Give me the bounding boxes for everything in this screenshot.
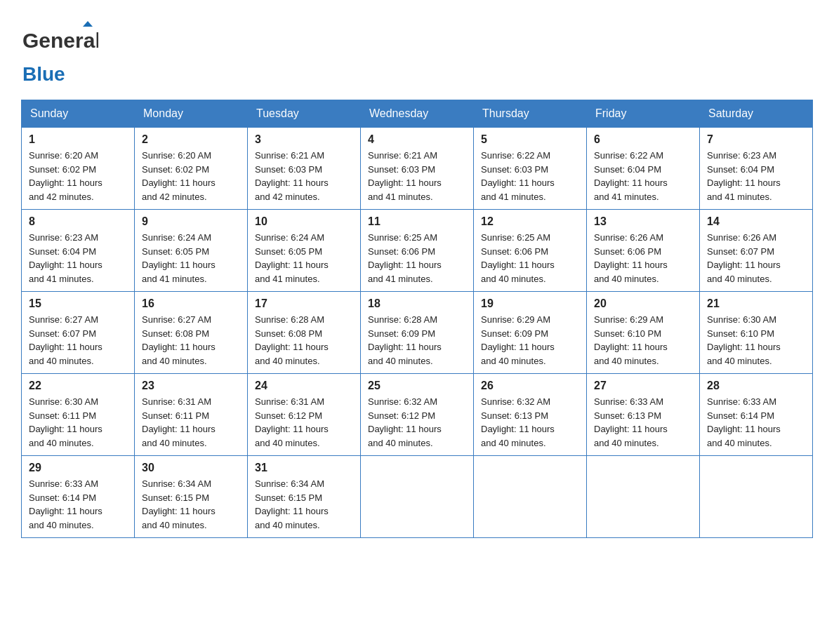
week-row-1: 1 Sunrise: 6:20 AM Sunset: 6:02 PM Dayli… (22, 128, 813, 210)
day-number: 9 (142, 215, 240, 228)
day-info: Sunrise: 6:21 AM Sunset: 6:03 PM Dayligh… (255, 149, 353, 203)
day-number: 25 (368, 380, 466, 392)
day-info: Sunrise: 6:22 AM Sunset: 6:03 PM Dayligh… (481, 149, 579, 203)
day-number: 8 (29, 215, 127, 228)
week-row-3: 15 Sunrise: 6:27 AM Sunset: 6:07 PM Dayl… (22, 292, 813, 374)
day-info: Sunrise: 6:23 AM Sunset: 6:04 PM Dayligh… (29, 231, 127, 286)
calendar-cell: 31 Sunrise: 6:34 AM Sunset: 6:15 PM Dayl… (248, 456, 361, 538)
calendar-cell: 24 Sunrise: 6:31 AM Sunset: 6:12 PM Dayl… (248, 374, 361, 456)
day-number: 2 (142, 133, 240, 146)
calendar-cell: 5 Sunrise: 6:22 AM Sunset: 6:03 PM Dayli… (474, 128, 587, 210)
day-info: Sunrise: 6:27 AM Sunset: 6:08 PM Dayligh… (142, 313, 240, 368)
day-info: Sunrise: 6:32 AM Sunset: 6:13 PM Dayligh… (481, 395, 579, 450)
logo-icon: General (21, 21, 98, 63)
calendar-cell: 8 Sunrise: 6:23 AM Sunset: 6:04 PM Dayli… (22, 210, 135, 292)
calendar-cell: 27 Sunrise: 6:33 AM Sunset: 6:13 PM Dayl… (587, 374, 700, 456)
calendar-cell: 1 Sunrise: 6:20 AM Sunset: 6:02 PM Dayli… (22, 128, 135, 210)
calendar-cell: 14 Sunrise: 6:26 AM Sunset: 6:07 PM Dayl… (700, 210, 813, 292)
day-info: Sunrise: 6:31 AM Sunset: 6:11 PM Dayligh… (142, 395, 240, 450)
calendar-cell: 10 Sunrise: 6:24 AM Sunset: 6:05 PM Dayl… (248, 210, 361, 292)
day-info: Sunrise: 6:22 AM Sunset: 6:04 PM Dayligh… (594, 149, 692, 203)
calendar-cell (361, 456, 474, 538)
day-info: Sunrise: 6:23 AM Sunset: 6:04 PM Dayligh… (707, 149, 805, 203)
weekday-header-tuesday: Tuesday (248, 100, 361, 128)
calendar-cell: 15 Sunrise: 6:27 AM Sunset: 6:07 PM Dayl… (22, 292, 135, 374)
day-info: Sunrise: 6:33 AM Sunset: 6:14 PM Dayligh… (29, 477, 127, 532)
weekday-header-saturday: Saturday (700, 100, 813, 128)
day-info: Sunrise: 6:33 AM Sunset: 6:13 PM Dayligh… (594, 395, 692, 450)
day-info: Sunrise: 6:21 AM Sunset: 6:03 PM Dayligh… (368, 149, 466, 203)
calendar-cell: 29 Sunrise: 6:33 AM Sunset: 6:14 PM Dayl… (22, 456, 135, 538)
weekday-header-sunday: Sunday (22, 100, 135, 128)
day-number: 27 (594, 380, 692, 392)
calendar-cell: 2 Sunrise: 6:20 AM Sunset: 6:02 PM Dayli… (135, 128, 248, 210)
day-info: Sunrise: 6:20 AM Sunset: 6:02 PM Dayligh… (142, 149, 240, 203)
logo-text-blue: Blue (22, 63, 65, 85)
calendar-cell: 28 Sunrise: 6:33 AM Sunset: 6:14 PM Dayl… (700, 374, 813, 456)
calendar-cell: 6 Sunrise: 6:22 AM Sunset: 6:04 PM Dayli… (587, 128, 700, 210)
calendar-cell: 12 Sunrise: 6:25 AM Sunset: 6:06 PM Dayl… (474, 210, 587, 292)
calendar-cell (474, 456, 587, 538)
day-number: 19 (481, 297, 579, 310)
weekday-header-row: SundayMondayTuesdayWednesdayThursdayFrid… (22, 100, 813, 128)
day-number: 5 (481, 133, 579, 146)
calendar-cell: 23 Sunrise: 6:31 AM Sunset: 6:11 PM Dayl… (135, 374, 248, 456)
day-number: 15 (29, 297, 127, 310)
day-info: Sunrise: 6:26 AM Sunset: 6:07 PM Dayligh… (707, 231, 805, 286)
day-number: 10 (255, 215, 353, 228)
day-info: Sunrise: 6:25 AM Sunset: 6:06 PM Dayligh… (368, 231, 466, 286)
calendar-cell: 4 Sunrise: 6:21 AM Sunset: 6:03 PM Dayli… (361, 128, 474, 210)
calendar-cell: 11 Sunrise: 6:25 AM Sunset: 6:06 PM Dayl… (361, 210, 474, 292)
day-info: Sunrise: 6:28 AM Sunset: 6:09 PM Dayligh… (368, 313, 466, 368)
calendar-cell: 19 Sunrise: 6:29 AM Sunset: 6:09 PM Dayl… (474, 292, 587, 374)
day-info: Sunrise: 6:28 AM Sunset: 6:08 PM Dayligh… (255, 313, 353, 368)
svg-text:General: General (22, 29, 98, 52)
day-number: 18 (368, 297, 466, 310)
day-number: 4 (368, 133, 466, 146)
week-row-4: 22 Sunrise: 6:30 AM Sunset: 6:11 PM Dayl… (22, 374, 813, 456)
day-info: Sunrise: 6:25 AM Sunset: 6:06 PM Dayligh… (481, 231, 579, 286)
calendar-cell: 25 Sunrise: 6:32 AM Sunset: 6:12 PM Dayl… (361, 374, 474, 456)
day-number: 26 (481, 380, 579, 392)
calendar-cell (587, 456, 700, 538)
calendar-cell: 3 Sunrise: 6:21 AM Sunset: 6:03 PM Dayli… (248, 128, 361, 210)
day-number: 11 (368, 215, 466, 228)
day-info: Sunrise: 6:32 AM Sunset: 6:12 PM Dayligh… (368, 395, 466, 450)
day-number: 14 (707, 215, 805, 228)
day-info: Sunrise: 6:24 AM Sunset: 6:05 PM Dayligh… (255, 231, 353, 286)
calendar-cell: 13 Sunrise: 6:26 AM Sunset: 6:06 PM Dayl… (587, 210, 700, 292)
svg-marker-1 (83, 21, 93, 27)
calendar-cell: 26 Sunrise: 6:32 AM Sunset: 6:13 PM Dayl… (474, 374, 587, 456)
day-number: 20 (594, 297, 692, 310)
weekday-header-friday: Friday (587, 100, 700, 128)
day-info: Sunrise: 6:29 AM Sunset: 6:10 PM Dayligh… (594, 313, 692, 368)
day-number: 7 (707, 133, 805, 146)
week-row-5: 29 Sunrise: 6:33 AM Sunset: 6:14 PM Dayl… (22, 456, 813, 538)
day-info: Sunrise: 6:34 AM Sunset: 6:15 PM Dayligh… (255, 477, 353, 532)
day-number: 31 (255, 462, 353, 474)
day-info: Sunrise: 6:29 AM Sunset: 6:09 PM Dayligh… (481, 313, 579, 368)
day-number: 12 (481, 215, 579, 228)
calendar-cell: 17 Sunrise: 6:28 AM Sunset: 6:08 PM Dayl… (248, 292, 361, 374)
calendar-cell: 30 Sunrise: 6:34 AM Sunset: 6:15 PM Dayl… (135, 456, 248, 538)
day-number: 22 (29, 380, 127, 392)
day-number: 3 (255, 133, 353, 146)
day-number: 21 (707, 297, 805, 310)
calendar-cell (700, 456, 813, 538)
calendar-cell: 7 Sunrise: 6:23 AM Sunset: 6:04 PM Dayli… (700, 128, 813, 210)
weekday-header-thursday: Thursday (474, 100, 587, 128)
day-number: 6 (594, 133, 692, 146)
weekday-header-monday: Monday (135, 100, 248, 128)
day-number: 30 (142, 462, 240, 474)
day-info: Sunrise: 6:27 AM Sunset: 6:07 PM Dayligh… (29, 313, 127, 368)
calendar-cell: 22 Sunrise: 6:30 AM Sunset: 6:11 PM Dayl… (22, 374, 135, 456)
week-row-2: 8 Sunrise: 6:23 AM Sunset: 6:04 PM Dayli… (22, 210, 813, 292)
logo: General Blue (21, 21, 98, 86)
day-number: 17 (255, 297, 353, 310)
calendar-table: SundayMondayTuesdayWednesdayThursdayFrid… (21, 100, 813, 538)
day-info: Sunrise: 6:34 AM Sunset: 6:15 PM Dayligh… (142, 477, 240, 532)
day-info: Sunrise: 6:20 AM Sunset: 6:02 PM Dayligh… (29, 149, 127, 203)
weekday-header-wednesday: Wednesday (361, 100, 474, 128)
day-number: 16 (142, 297, 240, 310)
day-info: Sunrise: 6:26 AM Sunset: 6:06 PM Dayligh… (594, 231, 692, 286)
